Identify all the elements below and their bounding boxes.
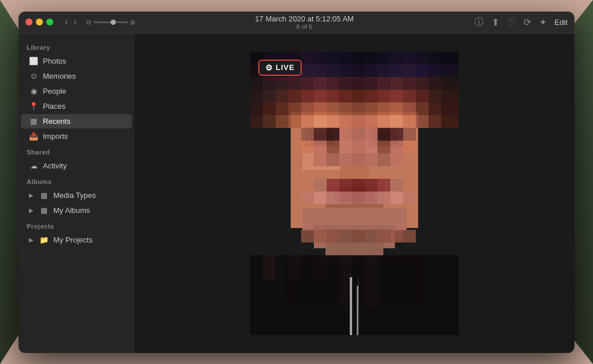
live-badge[interactable]: ⚙ LIVE (258, 60, 302, 76)
svg-rect-30 (352, 52, 365, 64)
svg-rect-45 (339, 64, 352, 77)
svg-rect-87 (263, 102, 276, 115)
svg-rect-71 (263, 90, 276, 102)
photo-area: ⚙ LIVE (134, 34, 574, 353)
svg-rect-148 (378, 179, 390, 192)
sidebar-item-my-albums[interactable]: ▶ ▦ My Albums (21, 203, 132, 218)
svg-rect-31 (365, 52, 378, 64)
svg-rect-58 (301, 77, 314, 90)
sidebar-item-activity-label: Activity (43, 161, 67, 170)
svg-rect-93 (339, 102, 352, 115)
sidebar-item-activity[interactable]: ☁ Activity (21, 159, 132, 173)
sidebar-item-memories[interactable]: ⊙ Memories (21, 69, 132, 83)
svg-rect-60 (327, 77, 339, 90)
zoom-slider[interactable]: ⊟ ⊞ (86, 19, 135, 25)
media-types-icon: ▦ (39, 191, 49, 200)
svg-rect-134 (390, 141, 403, 153)
svg-rect-79 (365, 90, 378, 102)
svg-rect-131 (352, 141, 365, 153)
heart-icon[interactable]: ♡ (507, 17, 515, 28)
sidebar: Library ⬜ Photos ⊙ Memories ◉ People 📍 P… (19, 34, 134, 353)
svg-rect-53 (441, 64, 459, 77)
sidebar-item-my-projects[interactable]: ▶ 📁 My Projects (21, 233, 132, 247)
svg-rect-95 (365, 102, 378, 115)
svg-rect-57 (288, 77, 301, 90)
svg-rect-162 (339, 230, 352, 242)
svg-rect-43 (314, 64, 327, 77)
svg-rect-48 (378, 64, 390, 77)
svg-rect-164 (365, 230, 378, 242)
sidebar-item-recents[interactable]: ▦ Recents (21, 114, 132, 128)
svg-rect-152 (327, 192, 339, 204)
svg-rect-92 (327, 102, 339, 115)
svg-rect-62 (352, 77, 365, 90)
svg-rect-86 (250, 102, 263, 115)
share-icon[interactable]: ⬆ (492, 17, 499, 28)
photo-image (250, 52, 459, 335)
sidebar-item-imports[interactable]: 📥 Imports (21, 129, 132, 144)
svg-rect-82 (403, 90, 416, 102)
svg-rect-37 (441, 52, 459, 64)
sidebar-item-photos[interactable]: ⬜ Photos (21, 54, 132, 68)
svg-rect-101 (441, 102, 459, 115)
svg-rect-127 (301, 141, 314, 153)
svg-rect-112 (378, 115, 390, 128)
rotate-icon[interactable]: ⟳ (524, 17, 531, 28)
svg-rect-128 (314, 141, 327, 153)
close-button[interactable] (25, 19, 32, 25)
svg-rect-133 (378, 141, 390, 153)
svg-rect-29 (339, 52, 352, 64)
svg-rect-170 (288, 255, 301, 281)
svg-rect-73 (288, 90, 301, 102)
app-window: ‹ › ⊟ ⊞ 17 March 2020 at 5:12:05 AM 6 of… (19, 12, 574, 353)
svg-rect-63 (365, 77, 378, 90)
svg-rect-70 (250, 90, 263, 102)
svg-rect-145 (339, 179, 352, 192)
svg-rect-75 (314, 90, 327, 102)
svg-rect-69 (441, 77, 459, 90)
sidebar-item-places[interactable]: 📍 Places (21, 99, 132, 113)
sidebar-item-memories-label: Memories (43, 72, 76, 80)
svg-rect-149 (390, 179, 403, 192)
svg-rect-80 (378, 90, 390, 102)
info-icon[interactable]: ⓘ (474, 16, 484, 28)
titlebar-right: ⓘ ⬆ ♡ ⟳ ✦ Edit (474, 16, 568, 28)
svg-rect-94 (352, 102, 365, 115)
live-gear-icon: ⚙ (265, 63, 273, 72)
svg-rect-98 (403, 102, 416, 115)
slider-track[interactable] (93, 21, 128, 23)
svg-rect-67 (416, 77, 429, 90)
maximize-button[interactable] (46, 19, 53, 25)
svg-rect-49 (390, 64, 403, 77)
minimize-button[interactable] (36, 19, 43, 25)
svg-rect-26 (301, 52, 314, 64)
adjust-icon[interactable]: ✦ (539, 17, 547, 28)
svg-rect-169 (263, 255, 276, 281)
svg-rect-106 (301, 115, 314, 128)
titlebar-center: 17 March 2020 at 5:12:05 AM 6 of 6 (135, 14, 474, 30)
svg-rect-36 (429, 52, 441, 64)
nav-forward-button[interactable]: › (71, 16, 79, 28)
nav-back-button[interactable]: ‹ (63, 16, 70, 28)
svg-rect-55 (263, 77, 276, 90)
sidebar-item-people[interactable]: ◉ People (21, 84, 132, 98)
svg-rect-51 (416, 64, 429, 77)
svg-rect-153 (339, 192, 352, 204)
people-icon: ◉ (29, 87, 38, 95)
my-albums-icon: ▦ (39, 206, 49, 215)
svg-rect-91 (314, 102, 327, 115)
sidebar-item-people-label: People (43, 87, 66, 95)
svg-rect-102 (250, 115, 263, 128)
svg-rect-121 (339, 128, 352, 141)
sidebar-item-media-types[interactable]: ▶ ▦ Media Types (21, 188, 132, 203)
svg-rect-104 (276, 115, 288, 128)
svg-rect-50 (403, 64, 416, 77)
traffic-lights (25, 19, 53, 25)
svg-rect-100 (429, 102, 441, 115)
svg-rect-114 (403, 115, 416, 128)
svg-rect-154 (352, 192, 365, 204)
edit-button[interactable]: Edit (555, 18, 568, 27)
svg-rect-76 (327, 90, 339, 102)
my-projects-icon: 📁 (39, 236, 49, 244)
zoom-in-icon: ⊞ (130, 19, 135, 25)
